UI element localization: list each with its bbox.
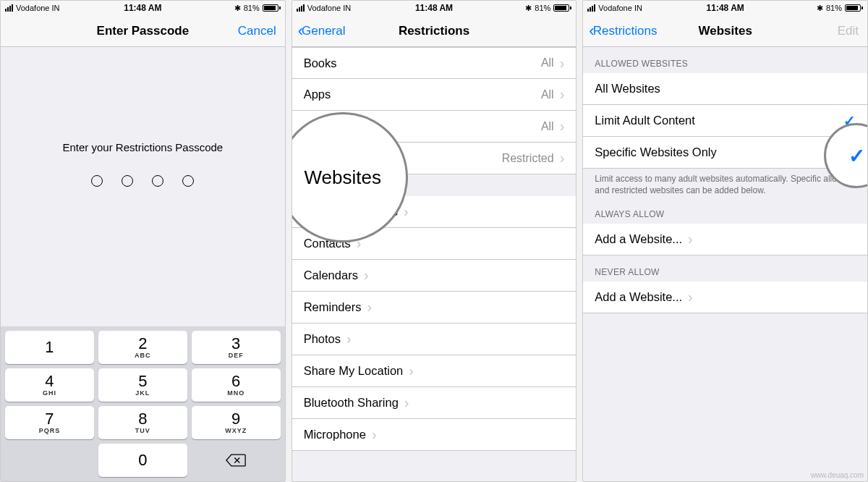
carrier-label: Vodafone IN (16, 4, 60, 12)
option-label: Limit Adult Content (595, 114, 695, 127)
status-bar: Vodafone IN 11:48 AM ✱ 81% (583, 1, 867, 15)
passcode-dot (122, 175, 133, 187)
key-4[interactable]: 4GHI (5, 368, 94, 402)
checkmark-icon: ✓ (843, 112, 856, 130)
key-2[interactable]: 2ABC (98, 331, 187, 364)
row-photos[interactable]: Photos› (292, 324, 576, 355)
battery-icon (553, 4, 571, 12)
back-label: General (302, 24, 345, 38)
signal-icon (5, 4, 13, 12)
carrier-label: Vodafone IN (598, 4, 642, 12)
row-label: Contacts (304, 237, 351, 250)
row-label: Photos (304, 332, 341, 346)
signal-icon (587, 4, 595, 12)
add-never-website[interactable]: Add a Website...› (583, 282, 867, 313)
back-label: Restrictions (593, 24, 658, 38)
key-5[interactable]: 5JKL (98, 368, 187, 402)
chevron-right-icon: › (560, 118, 565, 135)
watermark: www.deuaq.com (811, 471, 864, 479)
signal-icon (297, 4, 305, 12)
chevron-right-icon: › (409, 363, 414, 379)
edit-button[interactable]: Edit (838, 24, 859, 38)
key-7[interactable]: 7PQRS (5, 406, 94, 439)
passcode-dots (1, 175, 285, 187)
chevron-right-icon: › (357, 235, 362, 252)
row-label: Calendars (304, 269, 358, 282)
row-siri[interactable]: All › (292, 111, 576, 143)
row-reminders[interactable]: Reminders› (292, 292, 576, 324)
option-specific-only[interactable]: Specific Websites Only (583, 137, 867, 169)
chevron-right-icon: › (372, 426, 377, 443)
passcode-prompt: Enter your Restrictions Passcode (1, 141, 285, 153)
row-contacts[interactable]: Contacts› (292, 228, 576, 260)
row-websites[interactable]: Websites Restricted › (292, 143, 576, 174)
row-bluetooth[interactable]: Bluetooth Sharing› (292, 387, 576, 419)
nav-title: Websites (699, 24, 752, 38)
section-always-header: ALWAYS ALLOW (583, 198, 867, 224)
section-allowed-header: ALLOWED WEBSITES (583, 47, 867, 73)
passcode-dot (91, 175, 103, 187)
back-button[interactable]: ‹ General (298, 23, 346, 39)
bluetooth-icon: ✱ (817, 4, 823, 13)
row-label: Microphone (304, 428, 366, 441)
row-microphone[interactable]: Microphone› (292, 419, 576, 451)
row-label: Share My Location (304, 364, 404, 378)
status-time: 11:48 AM (707, 3, 744, 13)
row-calendars[interactable]: Calendars› (292, 260, 576, 292)
row-label: Location Services (304, 205, 398, 219)
row-share-location[interactable]: Share My Location› (292, 355, 576, 387)
key-6[interactable]: 6MNO (192, 368, 281, 402)
status-bar: Vodafone IN 11:48 AM ✱ 81% (292, 1, 576, 15)
battery-percent: 81% (244, 4, 260, 12)
row-value: All (541, 56, 554, 69)
bluetooth-icon: ✱ (234, 4, 241, 13)
key-0[interactable]: 0 (98, 444, 187, 477)
screen-websites: Vodafone IN 11:48 AM ✱ 81% ‹ Restriction… (582, 0, 868, 482)
chevron-right-icon: › (346, 331, 352, 347)
row-label: Add a Website... (595, 232, 682, 246)
section-never-header: NEVER ALLOW (583, 255, 867, 282)
row-location[interactable]: Location Services› (292, 196, 576, 228)
nav-bar: ‹ General Restrictions (292, 15, 576, 47)
nav-bar: Enter Passcode Cancel (1, 15, 285, 47)
status-bar: Vodafone IN 11:48 AM ✱ 81% (1, 1, 285, 15)
chevron-right-icon: › (367, 299, 372, 316)
status-time: 11:48 AM (124, 3, 161, 13)
row-label: Books (304, 56, 337, 70)
status-time: 11:48 AM (415, 3, 453, 13)
screen-passcode: Vodafone IN 11:48 AM ✱ 81% Enter Passcod… (0, 0, 286, 482)
option-limit-adult[interactable]: Limit Adult Content ✓ (583, 105, 867, 137)
battery-icon (845, 4, 863, 12)
passcode-dot (152, 175, 163, 187)
row-label: Reminders (304, 300, 362, 314)
nav-bar: ‹ Restrictions Websites Edit (583, 15, 867, 47)
chevron-right-icon: › (688, 231, 693, 248)
key-3[interactable]: 3DEF (192, 331, 281, 364)
numeric-keypad: 1 2ABC 3DEF 4GHI 5JKL 6MNO 7PQRS 8TUV 9W… (1, 326, 285, 481)
chevron-right-icon: › (404, 203, 409, 220)
option-label: Specific Websites Only (595, 145, 716, 159)
section-footer: Limit access to many adult websites auto… (583, 169, 867, 198)
backspace-button[interactable] (192, 444, 281, 477)
row-value: Restricted (502, 152, 554, 165)
add-always-website[interactable]: Add a Website...› (583, 224, 867, 255)
row-label: Websites (304, 151, 353, 165)
back-button[interactable]: ‹ Restrictions (589, 23, 657, 39)
key-1[interactable]: 1 (5, 331, 94, 364)
chevron-right-icon: › (404, 394, 409, 411)
battery-icon (263, 4, 281, 12)
row-value: All (541, 120, 554, 133)
row-apps[interactable]: Apps All › (292, 79, 576, 111)
passcode-dot (182, 175, 194, 187)
carrier-label: Vodafone IN (307, 4, 352, 12)
battery-percent: 81% (535, 4, 550, 12)
backspace-icon (226, 453, 246, 468)
screen-restrictions: Vodafone IN 11:48 AM ✱ 81% ‹ General Res… (292, 0, 577, 482)
row-books[interactable]: Books All › (292, 47, 576, 79)
key-9[interactable]: 9WXYZ (192, 406, 281, 439)
row-label: Apps (304, 88, 331, 101)
cancel-button[interactable]: Cancel (238, 24, 276, 38)
key-8[interactable]: 8TUV (98, 406, 187, 439)
chevron-right-icon: › (560, 55, 565, 72)
option-all-websites[interactable]: All Websites (583, 73, 867, 105)
